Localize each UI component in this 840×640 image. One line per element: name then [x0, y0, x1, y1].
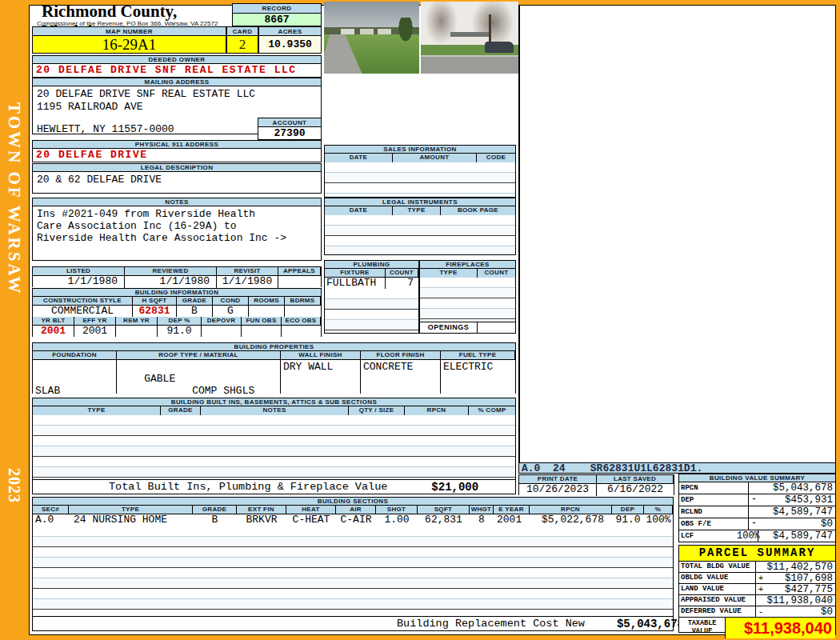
- dep-pct-header: DEP %: [158, 317, 202, 326]
- bvs-row-rpcn: RPCN $5,043,678: [679, 482, 835, 494]
- foundation-value: SLAB BRICK: [33, 360, 117, 394]
- bvs-row-obs: OBS F/E - $0: [679, 518, 835, 530]
- bs-comp-header: % COMP: [644, 506, 673, 514]
- wall-finish-header: WALL FINISH: [281, 351, 361, 360]
- bvs-dep-label: DEP: [679, 496, 737, 504]
- built-ins-notes-header: NOTES: [201, 406, 349, 415]
- physical-address-value: 20 DELFAE DRIVE: [32, 149, 322, 162]
- reviewed-value: 1/1/1980: [125, 276, 217, 288]
- effyr-value: 2001: [74, 326, 116, 337]
- revisit-value: 1/1/1980: [217, 276, 278, 288]
- taxable-value: $11,938,040: [726, 618, 835, 638]
- print-info-table: PRINT DATE LAST SAVED 10/26/2023 6/16/20…: [518, 474, 674, 495]
- review-dates-table: LISTED REVIEWED REVISIT APPEALS 1/1/1980…: [32, 266, 322, 287]
- parcel-row-taxable: TAXABLE VALUE $11,938,040: [679, 618, 835, 638]
- plumbing-table: FIXTURE COUNT FULLBATH 7: [324, 269, 419, 289]
- funobs-header: FUN OBS: [242, 317, 282, 326]
- notes-line-1: Ins #2021-049 from Riverside Health: [37, 208, 321, 220]
- built-ins-qty-header: QTY / SIZE: [349, 406, 405, 415]
- mailing-line-1: 20 DELFAE DRIVE SNF REAL ESTATE LLC: [33, 86, 321, 100]
- account-value: 27390: [258, 127, 322, 140]
- parcel-row-obldg: OBLDG VALUE + $107,698: [679, 573, 835, 584]
- sales-information-header: SALES INFORMATION: [324, 145, 516, 154]
- openings-row: OPENINGS: [419, 322, 516, 334]
- bs-rpcn-header: RPCN: [530, 506, 612, 514]
- bs-comp-value: 100%: [644, 514, 673, 526]
- bs-extfin-header: EXT FIN: [237, 506, 286, 514]
- section-code-bar: A.0 24 SR62831U1L62831D1.: [518, 462, 836, 474]
- parcel-row-land: LAND VALUE + $427,775: [679, 584, 835, 595]
- last-saved-header: LAST SAVED: [597, 475, 674, 484]
- last-saved-value: 6/16/2022: [597, 484, 674, 496]
- bs-whgt-value: 8: [470, 514, 494, 526]
- building-sections-empty-rows: [32, 526, 674, 617]
- cond-value: G: [213, 306, 249, 317]
- deeded-owner-value: 20 DELFAE DRIVE SNF REAL ESTATE LLC: [32, 64, 322, 78]
- plumbing-header: PLUMBING: [324, 260, 419, 269]
- bvs-rclnd-value: $4,589,747: [759, 507, 835, 518]
- bvs-row-dep: DEP - $453,931: [679, 494, 835, 506]
- yrblt-value: 2001: [33, 326, 74, 337]
- fixture-value: FULLBATH: [325, 278, 386, 289]
- roof-material-value: COMP SHGLS: [192, 385, 254, 394]
- fireplaces-header: FIREPLACES: [419, 260, 516, 269]
- record-value: 8667: [232, 14, 322, 26]
- fireplaces-empty-rows: [419, 278, 516, 322]
- replacement-cost-row: Building Replacement Cost New $5,043,678: [32, 617, 674, 631]
- effyr-header: EFF YR: [74, 317, 116, 326]
- property-photo-street: [324, 2, 419, 74]
- built-ins-header: BUILDING BUILT INS, BASEMENTS, ATTICS & …: [32, 398, 516, 406]
- legal-description-header: LEGAL DESCRIPTION: [32, 163, 322, 172]
- print-date-header: PRINT DATE: [519, 475, 597, 484]
- deferred-sign: -: [756, 607, 766, 617]
- built-ins-total-value: $21,000: [431, 481, 478, 494]
- sales-columns: DATE AMOUNT CODE: [324, 154, 516, 162]
- sales-date-header: DATE: [325, 154, 393, 162]
- legal-description-value: 20 & 62 DELFAE DRIVE: [32, 172, 322, 194]
- bs-shgt-value: 1.00: [376, 514, 418, 526]
- bs-dep-header: DEP: [612, 506, 644, 514]
- bs-type-value: 24 NURSING HOME: [69, 514, 193, 526]
- built-ins-rpcn-header: RPCN: [405, 406, 469, 415]
- land-value: $427,775: [766, 585, 835, 594]
- construction-style-header: CONSTRUCTION STYLE: [33, 297, 133, 306]
- land-label: LAND VALUE: [679, 584, 756, 594]
- building-info-row2: YR BLT EFF YR REM YR DEP % DEPOVR FUN OB…: [32, 317, 322, 337]
- bvs-row-rclnd: RCLND $4,589,747: [679, 506, 835, 518]
- fuel-type-header: FUEL TYPE: [441, 351, 515, 360]
- bvs-row-lcf: LCF 100% $4,589,747: [679, 530, 835, 542]
- acres-header: ACRES: [258, 26, 322, 36]
- obldg-value: $107,698: [766, 574, 835, 583]
- depovr-value: [202, 326, 242, 337]
- property-photo-house: [421, 2, 518, 74]
- sketch-area: [518, 6, 836, 462]
- mailing-address-header: MAILING ADDRESS: [32, 78, 322, 86]
- fireplace-count-header: COUNT: [478, 269, 515, 278]
- physical-address-header: PHYSICAL 911 ADDRESS: [32, 140, 322, 149]
- photo2-suv: [485, 42, 514, 53]
- built-ins-total-row: Total Built Ins, Plumbing & Fireplace Va…: [32, 480, 516, 494]
- bs-shgt-header: SHGT: [376, 506, 418, 514]
- li-type-header: TYPE: [393, 206, 441, 215]
- account-header: ACCOUNT: [258, 118, 322, 127]
- bs-sqft-value: 62,831: [418, 514, 470, 526]
- replacement-cost-value: $5,043,678: [617, 618, 684, 630]
- bs-grade-header: GRADE: [193, 506, 237, 514]
- bs-extfin-value: BRKVR: [237, 514, 286, 526]
- fireplace-type-header: TYPE: [420, 269, 478, 278]
- map-number-header: MAP NUMBER: [32, 26, 226, 36]
- remyr-header: REM YR: [116, 317, 158, 326]
- bs-dep-value: 91.0: [612, 514, 644, 526]
- bvs-lcf-pct: 100%: [737, 530, 758, 542]
- photo2-road: [421, 55, 518, 74]
- notes-line-2: Care Association Inc (16-29A) to: [37, 220, 321, 232]
- fixture-count-value: 7: [386, 278, 418, 289]
- acres-value: 10.9350: [258, 36, 322, 54]
- building-sections-header: BUILDING SECTIONS: [32, 497, 674, 506]
- building-properties-header: BUILDING PROPERTIES: [32, 342, 516, 351]
- building-sections-table: SEC# TYPE GRADE EXT FIN HEAT AIR SHGT SQ…: [32, 506, 674, 526]
- bdrms-value: [285, 306, 321, 317]
- ecoobs-header: ECO OBS: [282, 317, 321, 326]
- parcel-row-total-bldg: TOTAL BLDG VALUE $11,402,570: [679, 562, 835, 573]
- land-sign: +: [756, 585, 766, 594]
